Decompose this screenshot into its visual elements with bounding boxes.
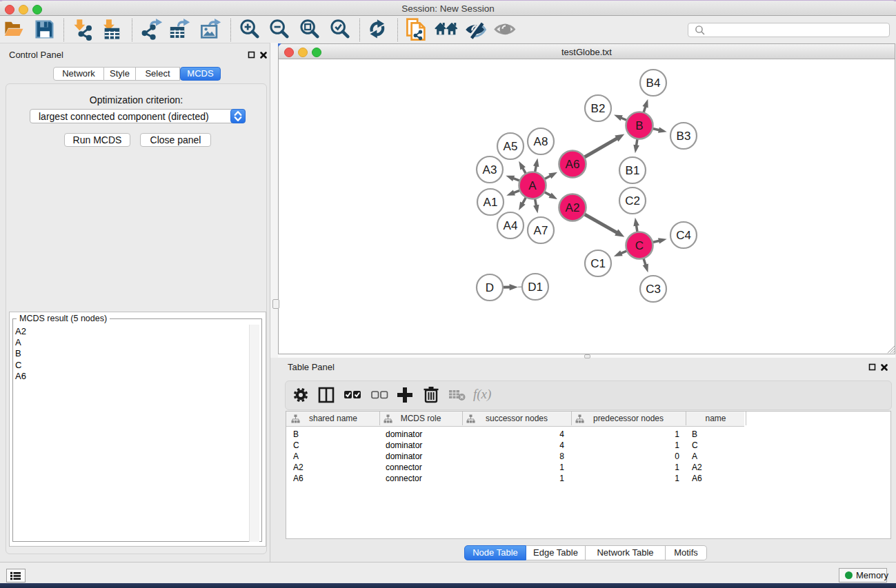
svg-text:A7: A7: [534, 224, 548, 237]
svg-text:A3: A3: [483, 163, 497, 176]
svg-text:A8: A8: [534, 135, 548, 148]
svg-text:A2: A2: [566, 201, 580, 214]
svg-text:A1: A1: [484, 196, 498, 209]
svg-text:B2: B2: [591, 102, 606, 115]
svg-text:B3: B3: [677, 130, 691, 143]
svg-text:B1: B1: [626, 164, 640, 177]
svg-text:C3: C3: [646, 283, 661, 296]
svg-text:B4: B4: [646, 77, 661, 90]
svg-text:D: D: [486, 281, 494, 294]
svg-text:C: C: [635, 239, 644, 252]
svg-text:A5: A5: [504, 140, 518, 153]
svg-text:C1: C1: [590, 257, 606, 270]
svg-text:C2: C2: [625, 194, 640, 207]
svg-text:A: A: [528, 179, 537, 192]
svg-text:A6: A6: [566, 158, 580, 171]
svg-text:B: B: [635, 119, 643, 132]
svg-text:C4: C4: [676, 229, 691, 242]
svg-text:D1: D1: [528, 281, 543, 294]
svg-text:A4: A4: [504, 219, 518, 232]
